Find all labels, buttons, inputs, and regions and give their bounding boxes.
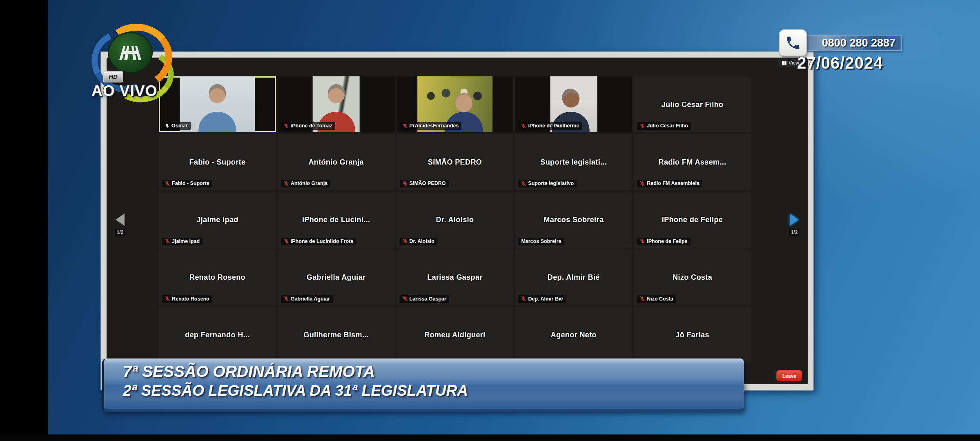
participant-tile[interactable]: Fabio - SuporteFabio - Suporte [159, 134, 276, 190]
mic-muted-icon [640, 181, 645, 186]
participant-name: Radio FM Assem... [635, 158, 749, 166]
person-silhouette [327, 84, 345, 103]
participant-tag-label: Fabio - Suporte [172, 180, 209, 186]
participant-tile[interactable]: iPhone de Lucini...iPhone de Lucinildo F… [278, 192, 395, 247]
participant-name: Nizo Costa [635, 273, 749, 282]
participant-tag: iPhone de Felipe [637, 238, 690, 245]
participant-tile[interactable]: Marcos SobreiraMarcos Sobreira [515, 192, 632, 247]
participant-tag-label: SIMÃO PEDRO [410, 180, 446, 186]
participant-tile[interactable]: Romeu Aldigueri [396, 307, 514, 363]
mic-muted-icon [640, 296, 645, 301]
participant-tag: iPhone de Lucinildo Frota [281, 238, 356, 245]
participant-tile[interactable]: dep Fernando H... [159, 307, 276, 363]
mic-muted-icon [403, 181, 408, 186]
participant-name: Suporte legislati... [517, 158, 630, 166]
page-indicator: 1/2 [115, 229, 126, 236]
participant-tag: Dep. Almir Bié [518, 295, 566, 303]
participant-tag-label: Marcos Sobreira [521, 238, 561, 244]
next-page-button[interactable]: 1/2 [785, 214, 804, 236]
participant-tag-label: Júlio César Filho [647, 123, 688, 129]
participant-name: Marcos Sobreira [517, 215, 630, 224]
participant-name: António Granja [279, 158, 393, 166]
pin-icon [165, 123, 169, 129]
participant-name: Renato Roseno [160, 273, 274, 282]
participant-tag: Marcos Sobreira [518, 238, 564, 245]
participant-tag-label: Suporte legislativo [528, 180, 574, 186]
participant-tile[interactable]: Osmar [159, 76, 276, 132]
participant-tile[interactable]: iPhone de Tomaz [278, 76, 395, 132]
participant-tag: Jjaime ipad [162, 238, 203, 245]
mic-muted-icon [521, 296, 526, 301]
participant-tag: Renato Roseno [162, 295, 212, 303]
participant-tag-label: iPhone de Guilherme [528, 123, 579, 129]
participant-video [180, 76, 255, 132]
participant-name: Dr. Aloisio [398, 215, 512, 224]
phone-icon [779, 29, 807, 56]
participant-tag: Dr. Aloísio [400, 238, 437, 245]
broadcast-date: 27/06/2024 [797, 54, 883, 72]
leave-button[interactable]: Leave [777, 370, 802, 381]
participant-tile[interactable]: iPhone de FelipeiPhone de Felipe [634, 192, 751, 247]
participant-tile[interactable]: Dr. AloisioDr. Aloísio [396, 192, 514, 247]
participant-tag-label: PrAlcidesFernandes [410, 123, 459, 129]
mic-muted-icon [284, 123, 289, 129]
participant-name: SIMÃO PEDRO [398, 158, 512, 166]
previous-page-button[interactable]: 1/2 [111, 214, 129, 236]
participant-tile[interactable]: Radio FM Assem...Radio FM Assembleia [634, 134, 751, 190]
participant-name: dep Fernando H... [160, 331, 274, 339]
participant-name: Jô Farias [635, 331, 749, 339]
mic-muted-icon [165, 181, 170, 186]
mic-muted-icon [403, 123, 408, 129]
participant-grid: OsmariPhone de TomazPrAlcidesFernandesiP… [159, 76, 751, 363]
participant-tile[interactable]: Agenor Neto [515, 307, 632, 363]
participant-tag-label: Dep. Almir Bié [528, 296, 563, 302]
participant-tag: Suporte legislativo [518, 180, 577, 187]
participant-tile[interactable]: SIMÃO PEDROSIMÃO PEDRO [396, 134, 514, 190]
participant-tag: Nizo Costa [637, 295, 676, 303]
mic-muted-icon [640, 123, 645, 129]
participant-tag-label: Gabriella Aguiar [291, 296, 330, 302]
hd-badge: HD [103, 71, 123, 82]
participant-tile[interactable]: Júlio César FilhoJúlio César Filho [634, 76, 751, 132]
participant-tag: António Granja [281, 180, 330, 187]
participant-tag: Júlio César Filho [637, 122, 691, 130]
participant-tile[interactable]: Gabriella AguiarGabriella Aguiar [278, 249, 395, 305]
participant-tag-label: Osmar [172, 123, 188, 129]
participant-tag-label: António Granja [291, 180, 327, 186]
person-silhouette [455, 93, 472, 112]
participant-name: Gabriella Aguiar [279, 273, 393, 282]
participant-tag-label: iPhone de Felipe [647, 238, 687, 244]
participant-tag-label: Renato Roseno [172, 296, 209, 302]
participant-tag: Osmar [162, 122, 191, 130]
participant-name: Fabio - Suporte [160, 158, 274, 166]
mic-muted-icon [521, 123, 526, 129]
meeting-window: View OsmariPhone de TomazPrAlcidesFernan… [101, 52, 813, 390]
participant-tile[interactable]: Nizo CostaNizo Costa [634, 249, 751, 305]
participant-tile[interactable]: Guilherme Bism... [278, 307, 395, 363]
phone-number: 0800 280 2887 [793, 35, 902, 51]
participant-tile[interactable]: Suporte legislati...Suporte legislativo [515, 134, 632, 190]
participant-tag-label: iPhone de Tomaz [291, 123, 332, 129]
participant-name: Agenor Neto [517, 331, 630, 339]
participant-tile[interactable]: PrAlcidesFernandes [396, 76, 514, 132]
page-indicator: 1/2 [789, 229, 800, 236]
participant-tile[interactable]: Dep. Almir BiéDep. Almir Bié [515, 249, 632, 305]
participant-tile[interactable]: Jô Farias [634, 307, 751, 363]
participant-tag: iPhone de Guilherme [518, 122, 582, 130]
mic-muted-icon [284, 238, 289, 244]
participant-tile[interactable]: António GranjaAntónio Granja [278, 134, 395, 190]
participant-tile[interactable]: Larissa GasparLarissa Gaspar [396, 249, 514, 305]
participant-name: Jjaime ipad [160, 215, 274, 224]
participant-tag: Gabriella Aguiar [281, 295, 333, 303]
participant-tile[interactable]: Renato RosenoRenato Roseno [159, 249, 276, 305]
logo-building-icon [108, 32, 153, 74]
participant-name: Guilherme Bism... [279, 331, 393, 339]
participant-tile[interactable]: iPhone de Guilherme [515, 76, 632, 132]
participant-tag-label: Dr. Aloísio [410, 238, 434, 244]
participant-name: Larissa Gaspar [398, 273, 512, 282]
participant-tile[interactable]: Jjaime ipadJjaime ipad [159, 192, 276, 247]
meeting-window-body: View OsmariPhone de TomazPrAlcidesFernan… [107, 58, 808, 384]
mic-muted-icon [165, 296, 170, 301]
participant-name: Dep. Almir Bié [517, 273, 630, 282]
gallery-grid-icon [782, 61, 786, 65]
